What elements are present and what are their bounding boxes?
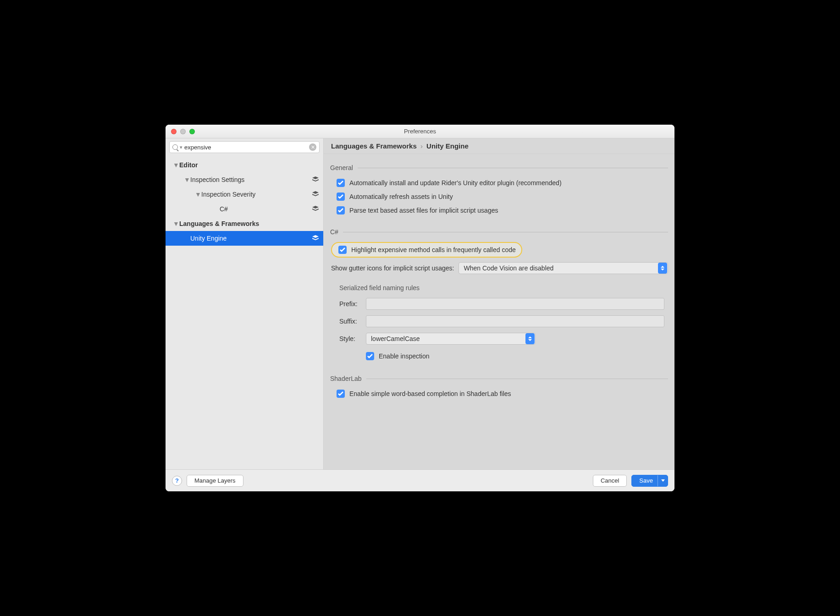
content: General Automatically install and update…	[324, 154, 674, 469]
sidebar-item-unity-engine[interactable]: Unity Engine	[166, 231, 323, 246]
enable-inspection-label: Enable inspection	[379, 352, 430, 360]
prefix-input[interactable]	[366, 298, 664, 310]
sidebar-item-inspection-severity[interactable]: ▼Inspection Severity	[166, 187, 323, 202]
section-shaderlab-title: ShaderLab	[330, 375, 362, 382]
help-button[interactable]: ?	[172, 476, 182, 486]
suffix-label: Suffix:	[339, 318, 361, 325]
parse-assets-label: Parse text based asset files for implici…	[349, 207, 498, 214]
prefix-label: Prefix:	[339, 300, 361, 308]
chevron-down-icon: ▼	[195, 191, 199, 198]
highlight-expensive-checkbox[interactable]	[338, 246, 347, 254]
sidebar-item-editor[interactable]: ▼Editor	[166, 158, 323, 172]
section-general-title: General	[330, 164, 353, 171]
window-title: Preferences	[166, 128, 674, 135]
section-csharp-title: C#	[330, 228, 338, 236]
layer-icon	[312, 191, 319, 198]
sidebar-item-inspection-settings[interactable]: ▼Inspection Settings	[166, 172, 323, 187]
select-arrows-icon	[658, 263, 667, 274]
highlighted-option: Highlight expensive method calls in freq…	[331, 242, 522, 258]
breadcrumb-separator-icon: ›	[419, 142, 425, 150]
layer-icon	[312, 176, 319, 183]
auto-install-label: Automatically install and update Rider's…	[349, 179, 562, 187]
sidebar-item-label: Editor	[179, 161, 198, 169]
breadcrumb: Languages & Frameworks › Unity Engine	[324, 138, 674, 154]
sidebar-item-languages-frameworks[interactable]: ▼Languages & Frameworks	[166, 216, 323, 231]
settings-tree[interactable]: ▼Editor▼Inspection Settings▼Inspection S…	[166, 156, 323, 469]
auto-refresh-checkbox[interactable]	[337, 192, 345, 201]
search-icon	[172, 144, 178, 150]
section-shaderlab: ShaderLab	[330, 375, 668, 382]
clear-search-button[interactable]: ✕	[309, 143, 316, 151]
style-label: Style:	[339, 335, 361, 342]
layer-icon	[312, 205, 319, 213]
sidebar-item-label: Inspection Severity	[201, 191, 255, 198]
sidebar-item-label: Inspection Settings	[190, 176, 244, 183]
shaderlab-completion-checkbox[interactable]	[337, 390, 345, 398]
chevron-down-icon: ▼	[173, 161, 177, 169]
close-window-button[interactable]	[171, 129, 177, 134]
titlebar: Preferences	[166, 125, 674, 138]
gutter-icons-label: Show gutter icons for implicit script us…	[331, 264, 454, 272]
select-arrows-icon	[525, 333, 535, 344]
chevron-down-icon: ▼	[173, 220, 177, 227]
dropdown-caret-icon: ▾	[180, 144, 182, 150]
sidebar: ▾ ✕ ▼Editor▼Inspection Settings▼Inspecti…	[166, 138, 324, 469]
shaderlab-completion-label: Enable simple word-based completion in S…	[349, 390, 511, 397]
main-panel: Languages & Frameworks › Unity Engine Ge…	[324, 138, 674, 469]
serialized-rules-title: Serialized field naming rules	[330, 276, 668, 295]
sidebar-item-label: Unity Engine	[190, 235, 227, 242]
zoom-window-button[interactable]	[189, 129, 195, 134]
save-dropdown-icon[interactable]	[658, 475, 668, 486]
style-select[interactable]: lowerCamelCase	[366, 333, 536, 345]
section-csharp: C#	[330, 228, 668, 236]
auto-refresh-label: Automatically refresh assets in Unity	[349, 193, 453, 200]
layer-icon	[312, 235, 319, 242]
breadcrumb-leaf: Unity Engine	[426, 142, 469, 150]
preferences-window: Preferences ▾ ✕ ▼Editor▼Inspection Setti…	[166, 125, 674, 491]
gutter-icons-value: When Code Vision are disabled	[464, 264, 553, 272]
sidebar-item-label: Languages & Frameworks	[179, 220, 259, 227]
traffic-lights	[171, 129, 195, 134]
save-button[interactable]: Save	[631, 475, 668, 487]
suffix-input[interactable]	[366, 315, 664, 327]
search-input[interactable]	[184, 144, 307, 151]
section-general: General	[330, 164, 668, 171]
chevron-down-icon: ▼	[184, 176, 188, 183]
sidebar-item-c-[interactable]: C#	[166, 202, 323, 216]
footer: ? Manage Layers Cancel Save	[166, 469, 674, 491]
auto-install-checkbox[interactable]	[337, 179, 345, 187]
breadcrumb-root: Languages & Frameworks	[331, 142, 417, 150]
body: ▾ ✕ ▼Editor▼Inspection Settings▼Inspecti…	[166, 138, 674, 469]
sidebar-item-label: C#	[220, 205, 228, 213]
search-box[interactable]: ▾ ✕	[169, 141, 320, 153]
enable-inspection-checkbox[interactable]	[366, 352, 374, 360]
minimize-window-button[interactable]	[180, 129, 186, 134]
parse-assets-checkbox[interactable]	[337, 206, 345, 214]
highlight-expensive-label: Highlight expensive method calls in freq…	[351, 246, 516, 253]
cancel-button[interactable]: Cancel	[593, 475, 627, 487]
gutter-icons-select[interactable]: When Code Vision are disabled	[459, 262, 668, 274]
manage-layers-button[interactable]: Manage Layers	[187, 475, 243, 487]
style-value: lowerCamelCase	[371, 335, 420, 342]
